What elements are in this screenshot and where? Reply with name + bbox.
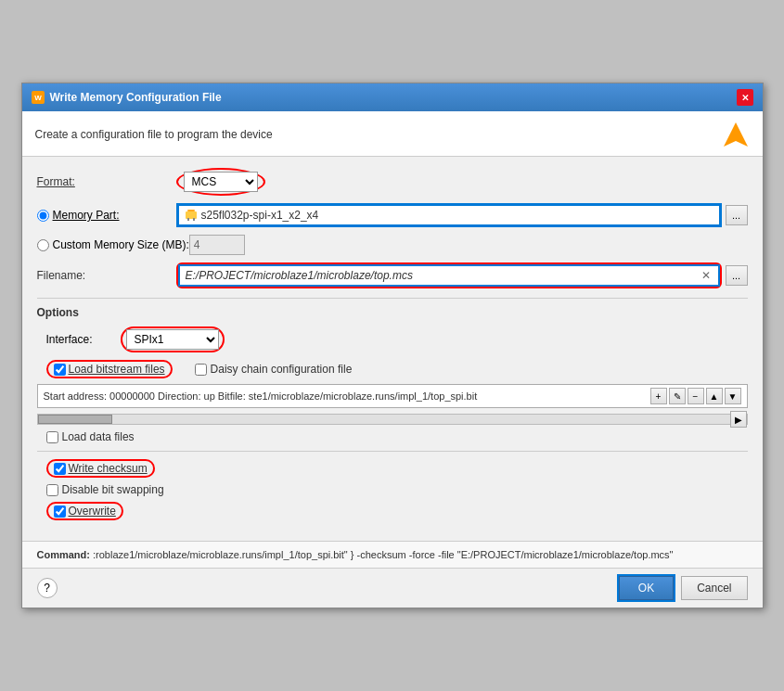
bitfile-row: Start address: 00000000 Direction: up Bi… [37,384,748,408]
dialog-window: W Write Memory Configuration File ✕ Crea… [21,83,764,608]
window-icon: W [32,91,45,104]
close-button[interactable]: ✕ [737,89,753,106]
svg-marker-2 [724,122,748,147]
window-title: Write Memory Configuration File [50,91,222,104]
bitfile-row-text: Start address: 00000000 Direction: up Bi… [44,390,650,402]
dialog-header: Create a configuration file to program t… [22,111,763,157]
load-data-checkbox[interactable] [46,431,58,443]
filename-label: Filename: [37,269,176,282]
horizontal-scrollbar[interactable]: ▶ [37,414,748,425]
memory-part-text: Memory Part: [53,209,120,222]
bitfile-remove-button[interactable]: − [688,388,704,404]
load-bitstream-row: Load bitstream files Daisy chain configu… [46,360,748,378]
disable-swap-row: Disable bit swapping [46,483,748,496]
bitfile-edit-button[interactable]: ✎ [669,388,686,404]
custom-memory-row: Custom Memory Size (MB): [37,235,748,255]
svg-text:W: W [34,94,42,102]
memory-part-browse-button[interactable]: ... [726,205,748,225]
command-section: Command: :roblaze1/microblaze/microblaze… [22,541,763,568]
custom-memory-text: Custom Memory Size (MB): [53,238,189,251]
write-checksum-row: Write checksum [46,459,748,478]
footer: ? OK Cancel [22,568,763,608]
filename-browse-button[interactable]: ... [726,265,748,286]
overwrite-checkbox[interactable] [54,505,66,518]
format-label: Format: [37,175,176,188]
filename-value: E:/PROJECT/microblaze1/microblaze/top.mc… [186,269,700,282]
scrollbar-thumb [38,415,112,424]
help-button[interactable]: ? [37,578,58,598]
custom-memory-radio[interactable] [37,239,49,251]
bitfile-up-button[interactable]: ▲ [706,388,723,404]
command-text: :roblaze1/microblaze/microblaze.runs/imp… [93,549,674,560]
load-data-label: Load data files [62,430,135,443]
memory-part-label: Memory Part: [37,209,176,222]
load-data-row: Load data files [46,430,748,443]
format-select[interactable]: MCS BIN HEX [184,172,258,192]
custom-memory-label: Custom Memory Size (MB): [37,238,189,251]
write-checksum-checkbox[interactable] [54,463,66,475]
bitfile-row-buttons: + ✎ − ▲ ▼ [650,388,741,404]
dialog-body: Format: MCS BIN HEX Memory Part: [22,157,763,541]
interface-select[interactable]: SPIx1 SPIx2 SPIx4 [126,329,219,350]
daisy-chain-label: Daisy chain configuration file [211,363,353,376]
interface-row: Interface: SPIx1 SPIx2 SPIx4 [46,326,748,352]
memory-part-value: s25fl032p-spi-x1_x2_x4 [201,209,713,222]
filename-input[interactable]: E:/PROJECT/microblaze1/microblaze/top.mc… [178,264,720,287]
options-section: Options Interface: SPIx1 SPIx2 SPIx4 Loa… [37,306,748,520]
load-bitstream-checkbox[interactable] [54,364,66,376]
memory-part-icon [185,209,198,222]
options-title: Options [37,306,748,319]
footer-buttons: OK Cancel [619,576,748,600]
memory-part-row: Memory Part: s25fl032p-spi-x1_x2_x4 ... [37,203,748,227]
svg-rect-3 [186,211,197,219]
title-bar-left: W Write Memory Configuration File [32,91,222,104]
filename-clear-button[interactable]: ✕ [700,269,713,282]
bitfile-add-button[interactable]: + [650,388,667,404]
svg-rect-6 [193,218,195,221]
ok-button[interactable]: OK [619,576,674,600]
disable-swap-checkbox[interactable] [46,484,58,496]
divider [37,298,748,299]
title-bar: W Write Memory Configuration File ✕ [22,83,763,111]
daisy-chain-checkbox[interactable] [195,364,207,376]
app-logo [722,121,750,148]
custom-memory-input[interactable] [189,235,245,255]
divider2 [37,451,748,452]
disable-swap-label: Disable bit swapping [62,483,164,496]
interface-label: Interface: [46,333,121,346]
overwrite-label: Overwrite [69,505,116,518]
command-label: Command: [37,549,90,560]
svg-rect-5 [187,218,189,221]
scroll-right-btn[interactable]: ▶ [730,411,747,428]
filename-row: Filename: E:/PROJECT/microblaze1/microbl… [37,262,748,288]
cancel-button[interactable]: Cancel [681,576,747,600]
header-description: Create a configuration file to program t… [35,128,273,141]
memory-part-radio[interactable] [37,210,49,222]
format-row: Format: MCS BIN HEX [37,168,748,196]
overwrite-row: Overwrite [46,502,748,520]
bitfile-down-button[interactable]: ▼ [725,388,741,404]
write-checksum-label: Write checksum [69,462,148,475]
load-bitstream-label: Load bitstream files [69,363,165,376]
svg-rect-4 [187,210,195,211]
memory-part-input[interactable]: s25fl032p-spi-x1_x2_x4 [178,205,720,225]
